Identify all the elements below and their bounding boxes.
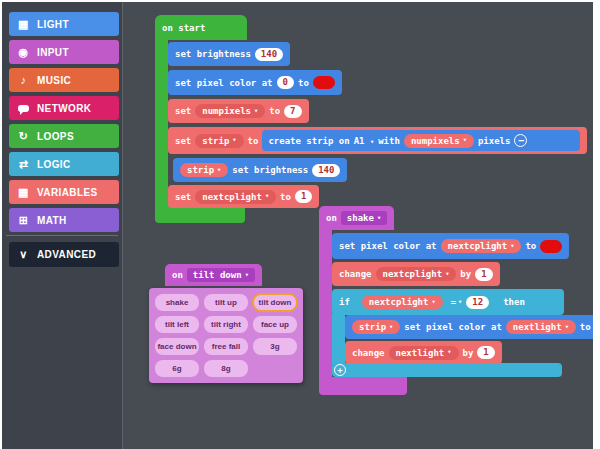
sidebar-item-label: INPUT [37,47,69,58]
event-name: tilt down [193,270,242,280]
number-input[interactable]: 12 [466,296,489,309]
block-label: with [378,136,400,146]
sidebar-item-network[interactable]: NETWORK [9,96,119,120]
dropdown-option-free-fall[interactable]: free fall [204,338,248,355]
block-label: to [269,106,280,116]
variable-dropdown[interactable]: numpixels ▾ [195,104,265,118]
change-nextcplight-block[interactable]: change nextcplight ▾ by 1 [332,262,500,286]
block-label: to [248,136,259,146]
sidebar-item-music[interactable]: ♪ MUSIC [9,68,119,92]
number-input[interactable]: 7 [284,105,301,118]
dropdown-arrow-icon: ▾ [217,167,221,174]
color-swatch[interactable] [540,240,562,253]
dropdown-arrow-icon: ▾ [463,137,467,144]
sidebar-item-label: LOGIC [37,159,71,170]
variable-name: nextcplight [383,269,443,279]
dropdown-option-tilt-up[interactable]: tilt up [204,294,248,311]
set-strip-block[interactable]: set strip ▾ to create strip on A1 ▾ with… [168,127,587,154]
operator-symbol: = [451,297,456,307]
block-label: set pixel color at [175,78,273,88]
block-label: to [280,192,291,202]
on-start-block[interactable]: on start [155,15,247,40]
variable-dropdown[interactable]: nextlight ▾ [506,320,576,334]
sidebar-item-label: MUSIC [37,75,71,86]
dropdown-option-tilt-left[interactable]: tilt left [155,316,199,333]
if-block-bottom: + [332,363,562,377]
block-label: if [339,297,350,307]
set-numpixels-block[interactable]: set numpixels ▾ to 7 [168,99,309,123]
number-input[interactable]: 1 [477,346,494,359]
sidebar-item-label: NETWORK [37,103,91,114]
dropdown-option-tilt-right[interactable]: tilt right [204,316,248,333]
add-condition-plus-icon[interactable]: + [334,364,346,376]
block-label: set pixel color at [404,322,502,332]
variable-name: nextlight [513,322,562,332]
color-swatch[interactable] [313,76,335,89]
sidebar-item-loops[interactable]: ↻ LOOPS [9,124,119,148]
variable-dropdown[interactable]: nextcplight ▾ [362,295,443,309]
set-pixel-color-block[interactable]: set pixel color at 0 to [168,70,342,95]
block-label: set pixel color at [339,241,437,251]
sidebar-item-label: VARIABLES [37,187,98,198]
dropdown-option-shake[interactable]: shake [155,294,199,311]
variable-dropdown[interactable]: strip ▾ [352,320,400,334]
variable-name: strip [202,136,229,146]
editor-screen: ▦ LIGHT ◉ INPUT ♪ MUSIC NETWORK ↻ LOOPS … [2,2,593,449]
number-input[interactable]: 140 [312,164,340,177]
sidebar-item-light[interactable]: ▦ LIGHT [9,12,119,36]
strip-set-pixel-color-block[interactable]: strip ▾ set pixel color at nextlight ▾ t… [345,315,593,339]
dropdown-option-8g[interactable]: 8g [204,360,248,377]
number-input[interactable]: 140 [255,48,283,61]
dropdown-arrow-icon: ▾ [232,137,236,144]
variable-dropdown[interactable]: nextcplight ▾ [195,190,276,204]
dropdown-option-3g[interactable]: 3g [253,338,297,355]
dropdown-arrow-icon: ▾ [377,215,381,222]
circle-dot-icon: ◉ [17,47,30,58]
dropdown-arrow-icon: ▾ [445,271,449,278]
variable-dropdown[interactable]: strip ▾ [180,163,228,177]
set-nextcplight-block[interactable]: set nextcplight ▾ to 1 [168,185,319,208]
if-block-header[interactable]: if nextcplight ▾ = ▾ 12 then [332,289,564,315]
number-input[interactable]: 1 [475,268,492,281]
dropdown-option-face-down[interactable]: face down [155,338,199,355]
sidebar-item-input[interactable]: ◉ INPUT [9,40,119,64]
chat-bubbles-icon [17,103,30,114]
sidebar-item-advanced[interactable]: ∨ ADVANCED [9,242,119,267]
event-dropdown[interactable]: shake ▾ [341,211,387,225]
variable-name: nextcplight [448,241,508,251]
comparison-operator-dropdown[interactable]: = ▾ [451,297,463,307]
variable-dropdown[interactable]: nextlight ▾ [389,346,459,360]
block-label: set brightness [175,49,251,59]
create-strip-block[interactable]: create strip on A1 ▾ with numpixels ▾ pi… [262,130,580,151]
strip-set-brightness-block[interactable]: strip ▾ set brightness 140 [173,158,347,182]
block-label: by [460,269,471,279]
variable-dropdown[interactable]: nextcplight ▾ [441,239,522,253]
dropdown-option-6g[interactable]: 6g [155,360,199,377]
sidebar-item-logic[interactable]: ⇄ LOGIC [9,152,119,176]
set-pixel-color-var-block[interactable]: set pixel color at nextcplight ▾ to [332,233,569,259]
chevron-down-icon: ∨ [17,249,30,260]
pin-name: A1 [354,136,365,146]
variable-dropdown[interactable]: nextcplight ▾ [376,267,457,281]
set-brightness-block[interactable]: set brightness 140 [168,42,290,66]
variable-dropdown[interactable]: numpixels ▾ [404,134,474,148]
block-label: change [339,269,372,279]
event-dropdown[interactable]: tilt down ▾ [187,268,255,282]
number-input[interactable]: 1 [295,190,312,203]
variable-name: strip [359,322,386,332]
sidebar-item-variables[interactable]: ▦ VARIABLES [9,180,119,204]
on-shake-block[interactable]: on shake ▾ [319,206,394,230]
sidebar-item-label: ADVANCED [37,249,96,260]
collapse-minus-icon[interactable]: − [514,134,527,147]
variable-dropdown[interactable]: strip ▾ [195,134,243,148]
block-label: by [463,348,474,358]
calculator-icon: ⊞ [17,215,30,226]
pin-dropdown[interactable]: A1 ▾ [354,136,374,146]
number-input[interactable]: 0 [277,76,294,89]
dropdown-arrow-icon: ▾ [370,138,374,146]
dropdown-option-tilt-down[interactable]: tilt down [253,294,297,311]
on-tilt-down-block[interactable]: on tilt down ▾ [165,264,262,286]
sidebar-item-math[interactable]: ⊞ MATH [9,208,119,232]
change-nextlight-block[interactable]: change nextlight ▾ by 1 [345,341,502,364]
dropdown-option-face-up[interactable]: face up [253,316,297,333]
